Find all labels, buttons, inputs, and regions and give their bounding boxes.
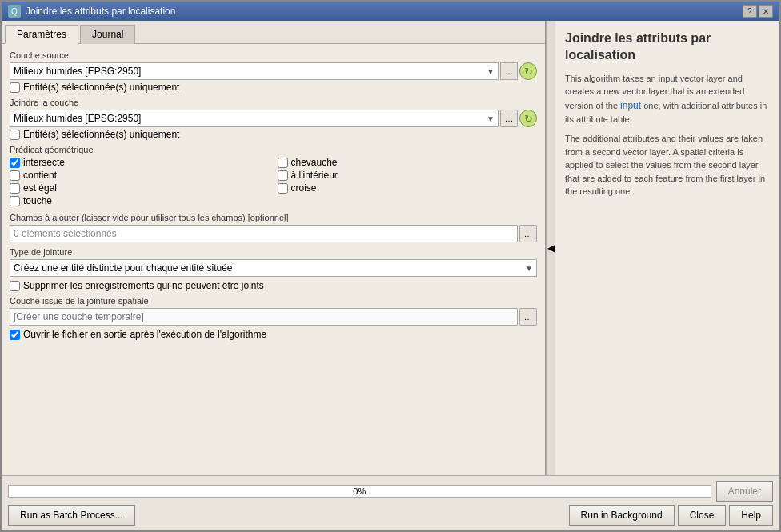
joindre-couche-dropdown[interactable]: Milieux humides [EPSG:2950] ▼: [10, 110, 499, 127]
close-title-button[interactable]: ✕: [759, 5, 773, 18]
champs-browse-btn[interactable]: …: [519, 225, 537, 242]
button-row: Run as Batch Process... Run in Backgroun…: [8, 505, 773, 526]
bottom-bar: 0% Annuler Run as Batch Process... Run i…: [2, 475, 779, 530]
entite-source-label: Entité(s) sélectionnée(s) uniquement: [23, 82, 179, 93]
champs-input[interactable]: 0 éléments sélectionnés: [10, 225, 518, 242]
couche-source-dropdown[interactable]: Milieux humides [EPSG:2950] ▼: [10, 62, 499, 80]
predicat-a-interieur: à l'intérieur: [278, 170, 538, 181]
help-paragraph-1: This algorithm takes an input vector lay…: [565, 72, 770, 126]
predicat-chevauche: chevauche: [278, 157, 538, 168]
entite-source-row: Entité(s) sélectionnée(s) uniquement: [10, 82, 537, 93]
joindre-couche-value: Milieux humides [EPSG:2950]: [14, 113, 141, 124]
predicat-croise-checkbox[interactable]: [278, 183, 288, 194]
predicat-touche-checkbox[interactable]: [10, 196, 20, 206]
title-bar-left: Q Joindre les attributs par localisation: [8, 5, 175, 18]
type-jointure-value: Créez une entité distincte pour chaque e…: [14, 262, 233, 274]
main-content: Paramètres Journal Couche source Milieux…: [2, 21, 779, 475]
couche-source-browse-btn[interactable]: …: [500, 62, 518, 80]
supprimer-label: Supprimer les enregistrements qui ne peu…: [23, 280, 264, 291]
type-jointure-arrow: ▼: [525, 264, 533, 273]
predicat-grid: intersecte chevauche contient à l'intéri…: [10, 157, 537, 206]
progress-bar-container: 0%: [8, 485, 711, 498]
btn-group-right: Run in Background Close Help: [569, 505, 773, 526]
tab-parametres[interactable]: Paramètres: [5, 25, 78, 44]
couche-source-arrow: ▼: [487, 67, 495, 76]
app-icon: Q: [8, 5, 21, 18]
couche-source-row: Milieux humides [EPSG:2950] ▼ … ↻: [10, 62, 537, 80]
left-panel: Paramètres Journal Couche source Milieux…: [2, 21, 546, 475]
window-title: Joindre les attributs par localisation: [26, 6, 175, 17]
predicat-intersecte-checkbox[interactable]: [10, 158, 20, 168]
params-panel: Couche source Milieux humides [EPSG:2950…: [2, 44, 545, 475]
predicat-est-egal-checkbox[interactable]: [10, 183, 20, 194]
predicat-intersecte: intersecte: [10, 157, 270, 168]
predicat-croise: croise: [278, 182, 538, 194]
couche-source-refresh-btn[interactable]: ↻: [519, 62, 537, 80]
help-title: Joindre les attributs par localisation: [565, 30, 770, 64]
collapse-arrow[interactable]: ◀: [546, 21, 555, 475]
predicat-contient: contient: [10, 170, 270, 181]
close-button[interactable]: Close: [678, 505, 727, 526]
annuler-button[interactable]: Annuler: [716, 481, 773, 502]
joindre-couche-arrow: ▼: [487, 114, 495, 123]
progress-row: 0% Annuler: [8, 481, 773, 502]
ouvrir-label: Ouvrir le fichier en sortie après l'exéc…: [23, 329, 266, 340]
type-jointure-row: Créez une entité distincte pour chaque e…: [10, 259, 537, 277]
help-paragraph-2: The additional attributes and their valu…: [565, 132, 770, 198]
predicat-chevauche-checkbox[interactable]: [278, 158, 288, 168]
couche-issue-input[interactable]: [10, 308, 518, 326]
help-button[interactable]: Help: [729, 505, 773, 526]
couche-source-value: Milieux humides [EPSG:2950]: [14, 66, 141, 77]
couche-issue-label: Couche issue de la jointure spatiale: [10, 296, 537, 306]
entite-joindre-row: Entité(s) sélectionnée(s) uniquement: [10, 129, 537, 140]
couche-issue-browse-btn[interactable]: …: [519, 308, 537, 326]
type-jointure-label: Type de jointure: [10, 247, 537, 257]
predicat-est-egal: est égal: [10, 182, 270, 194]
supprimer-row: Supprimer les enregistrements qui ne peu…: [10, 280, 537, 291]
title-bar-buttons: ? ✕: [743, 5, 773, 18]
help-title-button[interactable]: ?: [743, 5, 757, 18]
champs-label: Champs à ajouter (laisser vide pour util…: [10, 213, 537, 222]
joindre-couche-row: Milieux humides [EPSG:2950] ▼ … ↻: [10, 110, 537, 127]
predicat-touche: touche: [10, 195, 270, 206]
main-window: Q Joindre les attributs par localisation…: [0, 0, 781, 532]
entite-source-checkbox[interactable]: [10, 82, 20, 93]
tab-journal[interactable]: Journal: [80, 25, 135, 44]
run-batch-button[interactable]: Run as Batch Process...: [8, 505, 135, 526]
supprimer-checkbox[interactable]: [10, 281, 20, 291]
right-panel: Joindre les attributs par localisation T…: [555, 21, 779, 475]
joindre-couche-label: Joindre la couche: [10, 98, 537, 107]
progress-label: 0%: [9, 486, 711, 497]
title-bar: Q Joindre les attributs par localisation…: [2, 2, 779, 21]
ouvrir-row: Ouvrir le fichier en sortie après l'exéc…: [10, 329, 537, 340]
entite-joindre-checkbox[interactable]: [10, 130, 20, 140]
couche-issue-row: …: [10, 308, 537, 326]
champs-value: 0 éléments sélectionnés: [14, 228, 117, 239]
ouvrir-checkbox[interactable]: [10, 330, 20, 340]
predicat-a-interieur-checkbox[interactable]: [278, 170, 288, 181]
couche-source-label: Couche source: [10, 50, 537, 60]
entite-joindre-label: Entité(s) sélectionnée(s) uniquement: [23, 129, 179, 140]
tabs-container: Paramètres Journal: [2, 21, 545, 44]
joindre-couche-browse-btn[interactable]: …: [500, 110, 518, 127]
champs-row: 0 éléments sélectionnés …: [10, 225, 537, 242]
joindre-couche-refresh-btn[interactable]: ↻: [519, 110, 537, 127]
run-background-button[interactable]: Run in Background: [569, 505, 675, 526]
predicat-contient-checkbox[interactable]: [10, 170, 20, 181]
predicat-label: Prédicat géométrique: [10, 145, 537, 154]
type-jointure-dropdown[interactable]: Créez une entité distincte pour chaque e…: [10, 259, 537, 277]
help-highlight-1: input: [620, 100, 641, 111]
